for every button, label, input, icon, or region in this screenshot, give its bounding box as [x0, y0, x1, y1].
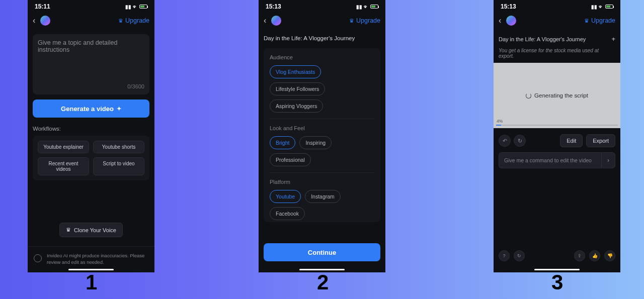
workflows-label: Workflows:: [33, 126, 149, 132]
crown-icon: ♛: [584, 18, 589, 24]
status-icons: ▮▮ ᯤ: [356, 4, 378, 10]
progress-bar: [496, 125, 618, 126]
upgrade-label: Upgrade: [125, 17, 149, 24]
status-bar: 15:13 ▮▮ ᯤ: [259, 0, 385, 11]
progress-fill: [496, 125, 501, 126]
continue-button[interactable]: Continue: [264, 243, 380, 261]
status-icons: ▮▮ ᯤ: [591, 4, 613, 10]
upgrade-button[interactable]: ♛ Upgrade: [584, 17, 615, 24]
clock-icon: [34, 254, 42, 262]
char-count: 0/3600: [38, 83, 144, 89]
clone-voice-button[interactable]: ♛ Clone Your Voice: [59, 223, 123, 237]
workflow-grid: Youtube explainer Youtube shorts Recent …: [33, 136, 149, 180]
crown-icon: ♛: [66, 227, 71, 233]
edit-button[interactable]: Edit: [560, 134, 583, 147]
step-number: 2: [317, 270, 329, 294]
project-title: Day in the Life: A Vlogger's Journey: [259, 30, 385, 44]
generate-video-button[interactable]: Generate a video ✦: [33, 99, 149, 118]
status-icons: ▮▮ ᯤ: [125, 4, 147, 10]
status-time: 15:13: [501, 3, 516, 10]
progress-percent: 4%: [497, 119, 503, 124]
footer-icons: ? ↻ ⇪ 👍 👎: [494, 245, 620, 268]
disclaimer-row: Invideo AI might produce inaccuracies. P…: [28, 246, 154, 265]
clone-voice-label: Clone Your Voice: [74, 227, 116, 233]
export-button[interactable]: Export: [586, 134, 615, 147]
upgrade-button[interactable]: ♛ Upgrade: [118, 17, 149, 24]
thumbs-down-icon[interactable]: 👎: [604, 250, 615, 261]
avatar[interactable]: [40, 16, 50, 26]
command-input[interactable]: Give me a command to edit the video: [499, 152, 601, 168]
thumbs-up-icon[interactable]: 👍: [589, 250, 600, 261]
command-row: Give me a command to edit the video ›: [494, 152, 620, 168]
upgrade-label: Upgrade: [591, 17, 615, 24]
platform-chip[interactable]: Instagram: [305, 190, 341, 203]
upgrade-button[interactable]: ♛ Upgrade: [349, 17, 380, 24]
workflow-chip[interactable]: Recent event videos: [38, 157, 89, 175]
platform-chip[interactable]: Facebook: [270, 207, 305, 220]
battery-icon: [139, 5, 147, 9]
crown-icon: ♛: [349, 18, 354, 24]
workflow-chip[interactable]: Script to video: [93, 157, 144, 175]
topic-input[interactable]: Give me a topic and detailed instruction…: [33, 34, 149, 94]
signal-icon: ▮▮: [125, 4, 131, 10]
avatar[interactable]: [271, 16, 281, 26]
project-title: Day in the Life: A Vlogger's Journey: [499, 36, 586, 42]
signal-icon: ▮▮: [356, 4, 362, 10]
audience-chip[interactable]: Vlog Enthusiasts: [270, 65, 321, 78]
avatar[interactable]: [506, 16, 516, 26]
top-bar: ‹ ♛ Upgrade: [494, 11, 620, 30]
help-icon[interactable]: ?: [499, 250, 510, 261]
signal-icon: ▮▮: [591, 4, 597, 10]
step-number: 3: [551, 270, 563, 294]
video-preview: Generating the script 4%: [494, 63, 620, 128]
status-time: 15:13: [266, 3, 281, 10]
generating-label: Generating the script: [534, 92, 588, 98]
status-bar: 15:13 ▮▮ ᯤ: [494, 0, 620, 11]
audience-chip[interactable]: Aspiring Vloggers: [270, 99, 323, 113]
topic-placeholder: Give me a topic and detailed instruction…: [38, 39, 144, 53]
license-note: You get a license for the stock media us…: [494, 46, 620, 63]
look-label: Look and Feel: [270, 125, 374, 131]
back-button[interactable]: ‹: [33, 16, 35, 25]
top-bar: ‹ ♛ Upgrade: [259, 11, 385, 30]
add-button[interactable]: +: [611, 35, 615, 43]
undo-button[interactable]: ↶: [499, 135, 511, 147]
back-button[interactable]: ‹: [264, 16, 266, 25]
spinner-icon: [526, 93, 531, 98]
battery-icon: [605, 5, 613, 9]
title-row: Day in the Life: A Vlogger's Journey +: [494, 30, 620, 46]
screen-3: 15:13 ▮▮ ᯤ ‹ ♛ Upgrade Day in the Life: …: [494, 0, 620, 272]
back-button[interactable]: ‹: [499, 16, 501, 25]
audience-chip[interactable]: Lifestyle Followers: [270, 82, 325, 95]
platform-label: Platform: [270, 179, 374, 185]
platform-section: Platform Youtube Instagram Facebook: [270, 179, 374, 222]
workflow-chip[interactable]: Youtube explainer: [38, 141, 89, 153]
generate-label: Generate a video: [61, 105, 114, 113]
redo-button[interactable]: ↻: [514, 135, 526, 147]
workflow-chip[interactable]: Youtube shorts: [93, 141, 144, 153]
look-section: Look and Feel Bright Inspiring Professio…: [270, 125, 374, 173]
screen-2: 15:13 ▮▮ ᯤ ‹ ♛ Upgrade Day in the Life: …: [259, 0, 385, 272]
wifi-icon: ᯤ: [364, 4, 369, 10]
status-bar: 15:11 ▮▮ ᯤ: [28, 0, 154, 11]
wifi-icon: ᯤ: [599, 4, 604, 10]
step-number: 1: [86, 270, 97, 294]
wifi-icon: ᯤ: [133, 4, 138, 10]
crown-icon: ♛: [118, 18, 123, 24]
refresh-icon[interactable]: ↻: [514, 250, 525, 261]
audience-section: Audience Vlog Enthusiasts Lifestyle Foll…: [270, 54, 374, 119]
settings-panel: Audience Vlog Enthusiasts Lifestyle Foll…: [264, 48, 380, 222]
look-chip[interactable]: Bright: [270, 136, 295, 149]
top-bar: ‹ ♛ Upgrade: [28, 11, 154, 30]
status-time: 15:11: [35, 3, 50, 10]
share-icon[interactable]: ⇪: [574, 250, 585, 261]
screen-1: 15:11 ▮▮ ᯤ ‹ ♛ Upgrade Give me a topic a…: [28, 0, 154, 272]
look-chip[interactable]: Professional: [270, 153, 311, 166]
look-chip[interactable]: Inspiring: [299, 136, 332, 149]
send-button[interactable]: ›: [601, 152, 615, 168]
upgrade-label: Upgrade: [356, 17, 380, 24]
edit-toolbar: ↶ ↻ Edit Export: [494, 128, 620, 152]
platform-chip[interactable]: Youtube: [270, 190, 301, 203]
audience-label: Audience: [270, 54, 374, 60]
battery-icon: [370, 5, 378, 9]
